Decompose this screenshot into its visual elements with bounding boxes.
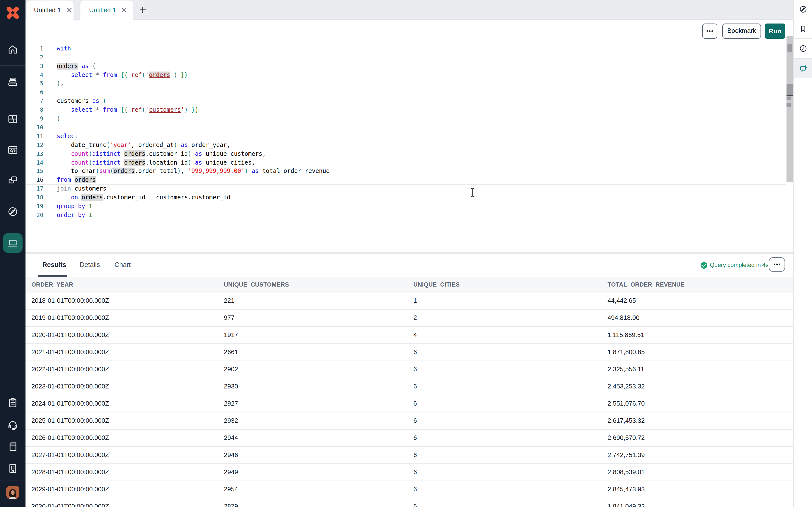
code-line-2[interactable]: 2 [26, 53, 786, 62]
tab-untitled-1[interactable]: Untitled 1 [26, 0, 74, 19]
support-icon[interactable] [7, 418, 19, 430]
table-row[interactable]: 2026-01-01T00:00:00.000Z294462,690,570.7… [26, 429, 793, 447]
table-cell: 2029-01-01T00:00:00.000Z [32, 485, 109, 493]
table-row[interactable]: 2021-01-01T00:00:00.000Z266161,871,800.8… [26, 344, 793, 361]
new-tab-icon[interactable] [139, 6, 146, 13]
docs-icon[interactable] [7, 440, 19, 452]
run-label: Run [769, 27, 781, 35]
terminal-icon[interactable] [7, 237, 19, 249]
tab-results[interactable]: Results [42, 261, 66, 268]
code-window-icon[interactable] [7, 144, 19, 156]
table-cell: 6 [413, 434, 417, 441]
projects-icon[interactable] [7, 174, 19, 186]
table-cell: 2,742,751.39 [608, 451, 645, 458]
code-line-11[interactable]: 11select [26, 132, 786, 140]
close-icon[interactable] [67, 7, 72, 13]
code-text: order by 1 [57, 211, 92, 219]
column-header-unique_customers[interactable]: UNIQUE_CUSTOMERS [224, 281, 289, 288]
current-line-marker [786, 95, 793, 96]
indent-guide [56, 167, 57, 176]
bookmark-cell[interactable] [794, 19, 812, 39]
organization-icon[interactable] [7, 462, 19, 474]
column-header-order_year[interactable]: ORDER_YEAR [32, 281, 73, 288]
history-cell[interactable] [794, 39, 812, 59]
line-number: 15 [26, 167, 43, 176]
mouse-text-cursor [470, 188, 476, 198]
hex-logo[interactable] [5, 5, 20, 20]
code-text: date_trunc('year', ordered_at) as order_… [57, 140, 231, 150]
column-header-total_order_revenue[interactable]: TOTAL_ORDER_REVENUE [608, 281, 685, 288]
line-number: 3 [26, 61, 43, 70]
code-line-16[interactable]: 16from orders [26, 175, 786, 185]
table-cell: 2028-01-01T00:00:00.000Z [32, 468, 109, 475]
table-row[interactable]: 2025-01-01T00:00:00.000Z293262,617,453.3… [26, 412, 793, 429]
table-row[interactable]: 2022-01-01T00:00:00.000Z290262,325,556.1… [26, 361, 793, 378]
code-line-17[interactable]: 17join customers [26, 184, 786, 193]
table-row[interactable]: 2029-01-01T00:00:00.000Z295462,845,473.9… [26, 481, 793, 498]
user-avatar[interactable] [6, 486, 19, 499]
table-cell: 2020-01-01T00:00:00.000Z [32, 331, 109, 338]
code-line-13[interactable]: 13 count(distinct orders.customer_id) as… [26, 149, 786, 158]
ai-chat-cell[interactable] [794, 59, 812, 78]
table-row[interactable]: 2023-01-01T00:00:00.000Z293062,453,253.3… [26, 378, 793, 395]
code-line-4[interactable]: 4 select * from {{ ref('orders') }} [26, 70, 786, 79]
apps-icon[interactable] [7, 113, 19, 125]
code-line-9[interactable]: 9) [26, 114, 786, 123]
code-text: from orders [57, 176, 96, 184]
table-row[interactable]: 2027-01-01T00:00:00.000Z294662,742,751.3… [26, 447, 793, 464]
table-cell: 2027-01-01T00:00:00.000Z [32, 451, 109, 458]
editor-scrollbar[interactable] [786, 36, 793, 182]
table-row[interactable]: 2020-01-01T00:00:00.000Z191741,115,869.5… [26, 327, 793, 344]
code-line-10[interactable]: 10 [26, 123, 786, 132]
code-line-1[interactable]: 1with [26, 44, 786, 53]
code-line-15[interactable]: 15 to_char(sum(orders.order_total), '999… [26, 167, 786, 176]
home-icon[interactable] [7, 43, 19, 55]
tab-details[interactable]: Details [80, 261, 100, 268]
bookmark-button[interactable]: Bookmark [722, 23, 761, 39]
code-line-8[interactable]: 8 select * from {{ ref('customers') }} [26, 105, 786, 114]
code-line-14[interactable]: 14 count(distinct orders.location_id) as… [26, 158, 786, 167]
notebook-active-indicator [3, 233, 22, 253]
code-line-5[interactable]: 5), [26, 79, 786, 88]
clipboard-icon[interactable] [7, 397, 19, 408]
code-line-6[interactable]: 6 [26, 88, 786, 97]
table-row[interactable]: 2030-01-01T00:00:00.000Z287961,841,049.3… [26, 498, 793, 507]
explore-icon[interactable] [7, 206, 19, 218]
table-cell: 2025-01-01T00:00:00.000Z [32, 416, 109, 424]
code-line-19[interactable]: 19group by 1 [26, 202, 786, 211]
table-cell: 1,871,800.85 [608, 348, 645, 355]
table-row[interactable]: 2019-01-01T00:00:00.000Z9772494,818.00 [26, 309, 793, 327]
indent-guide [56, 193, 57, 202]
close-icon[interactable] [121, 7, 127, 13]
tab-chart[interactable]: Chart [114, 261, 131, 268]
search-explore-cell[interactable] [794, 0, 812, 19]
line-number: 8 [26, 105, 43, 114]
table-cell: 2946 [224, 451, 238, 458]
code-line-20[interactable]: 20order by 1 [26, 211, 786, 219]
results-more-button[interactable] [769, 257, 785, 272]
code-line-3[interactable]: 3orders as ( [26, 61, 786, 70]
table-cell: 2018-01-01T00:00:00.000Z [32, 297, 109, 304]
code-text: to_char(sum(orders.order_total), '999,99… [57, 167, 330, 176]
code-line-12[interactable]: 12 date_trunc('year', ordered_at) as ord… [26, 140, 786, 150]
column-header-unique_cities[interactable]: UNIQUE_CITIES [413, 281, 460, 288]
code-line-7[interactable]: 7customers as ( [26, 97, 786, 106]
code-line-18[interactable]: 18 on orders.customer_id = customers.cus… [26, 193, 786, 202]
collections-icon[interactable] [7, 76, 19, 88]
table-row[interactable]: 2028-01-01T00:00:00.000Z294962,808,539.0… [26, 464, 793, 481]
table-cell: 2026-01-01T00:00:00.000Z [32, 434, 109, 441]
code-text: ) [57, 114, 60, 123]
run-button[interactable]: Run [765, 23, 785, 39]
table-cell: 44,442.65 [608, 297, 636, 304]
table-cell: 2030-01-01T00:00:00.000Z [32, 502, 109, 507]
rail-separator [0, 65, 26, 66]
tab-bar: Untitled 1 Untitled 1 [26, 0, 793, 19]
tab-untitled-2[interactable]: Untitled 1 [80, 0, 134, 19]
scroll-mark [787, 44, 792, 52]
table-row[interactable]: 2018-01-01T00:00:00.000Z221144,442.65 [26, 292, 793, 309]
bookmark-label: Bookmark [727, 27, 756, 34]
sql-editor[interactable]: 1with23orders as (4 select * from {{ ref… [26, 43, 786, 252]
table-row[interactable]: 2024-01-01T00:00:00.000Z292762,551,076.7… [26, 395, 793, 412]
line-number: 6 [26, 88, 43, 97]
more-options-button[interactable] [702, 23, 717, 39]
